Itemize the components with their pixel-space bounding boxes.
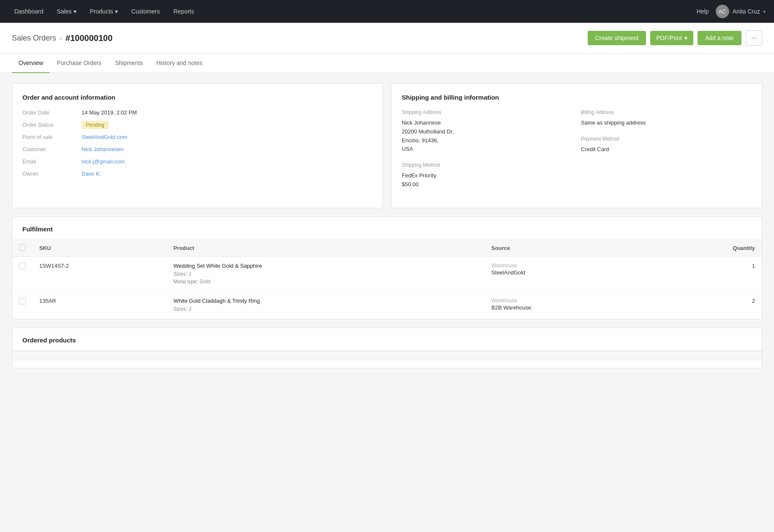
source-value: SteelAndGold xyxy=(491,269,643,276)
nav-dashboard[interactable]: Dashboard xyxy=(8,0,49,23)
tabs-bar: Overview Purchase Orders Shipments Histo… xyxy=(0,54,774,73)
row-checkbox[interactable] xyxy=(19,298,26,304)
ordered-products-card: Ordered products xyxy=(12,328,762,368)
shipping-method-value: FedEx Priority $50.00 xyxy=(402,171,572,189)
shipping-address-label: Shipping Address xyxy=(402,109,572,115)
payment-method-block: Payment Method Credit Card xyxy=(581,136,752,154)
ordered-products-table-stub xyxy=(12,350,762,368)
email-value: nick.j@gmail.com xyxy=(82,158,125,165)
source-value: B2B Warehouse xyxy=(491,304,643,311)
main-content: Order and account information Order Date… xyxy=(0,73,774,387)
billing-address-block: Billing Address Same as shipping address xyxy=(581,109,752,128)
nav-products[interactable]: Products ▾ xyxy=(84,0,124,23)
tab-shipments[interactable]: Shipments xyxy=(108,54,150,73)
order-status-row: Order Status Pending xyxy=(22,122,372,128)
avatar: AC xyxy=(716,5,729,18)
nav-links: Dashboard Sales ▾ Products ▾ Customers R… xyxy=(8,0,200,23)
nav-sales[interactable]: Sales ▾ xyxy=(51,0,82,23)
point-of-sale-value: SteelAndGold.com xyxy=(82,134,127,140)
source-label: Warehouse xyxy=(491,263,643,269)
shipping-address-section: Shipping Address Nick Johannese 20200 Mu… xyxy=(402,109,572,198)
payment-method-label: Payment Method xyxy=(581,136,752,142)
chevron-down-icon: ▾ xyxy=(115,8,118,15)
customer-label: Customer xyxy=(22,146,82,152)
stub-col-2 xyxy=(213,351,396,360)
row-checkbox[interactable] xyxy=(19,263,26,269)
customer-row: Customer Nick Johannesen xyxy=(22,146,372,152)
email-link[interactable]: nick.j@gmail.com xyxy=(82,158,125,165)
chevron-down-icon: ▾ xyxy=(74,8,76,15)
fulfilment-title: Fulfilment xyxy=(12,217,762,239)
product-cell: White Gold Claddagh & Trinity Ring Sizes… xyxy=(166,291,485,319)
pdf-print-button[interactable]: PDF/Print ▾ xyxy=(650,31,693,45)
user-menu[interactable]: AC Anita Cruz ▾ xyxy=(716,5,766,18)
point-of-sale-row: Point of sale SteelAndGold.com xyxy=(22,134,372,140)
product-detail: Metal type: Gold xyxy=(173,278,478,285)
add-note-button[interactable]: Add a note xyxy=(698,31,741,45)
source-cell: Warehouse SteelAndGold xyxy=(485,256,650,291)
shipping-method-label: Shipping Method xyxy=(402,162,572,168)
point-of-sale-link[interactable]: SteelAndGold.com xyxy=(82,134,127,140)
billing-address-value: Same as shipping address xyxy=(581,119,752,128)
more-options-button[interactable]: ··· xyxy=(746,30,762,46)
row-checkbox-cell xyxy=(12,291,33,319)
order-info-table: Order Date 14 May 2019, 2:02 PM Order St… xyxy=(22,109,372,177)
source-label: Warehouse xyxy=(491,298,643,304)
product-detail: Sizes: J xyxy=(173,305,478,313)
quantity-cell: 1 xyxy=(650,256,762,291)
order-status-value: Pending xyxy=(82,122,109,128)
order-date-label: Order Date xyxy=(22,109,82,116)
product-detail: Sizes: J xyxy=(173,270,478,278)
owner-link[interactable]: Dave K. xyxy=(82,171,101,177)
shipping-address-value: Nick Johannese 20200 Mulholland Dr, Enci… xyxy=(402,119,572,154)
payment-method-value: Credit Card xyxy=(581,145,752,154)
header-actions: Create shipment PDF/Print ▾ Add a note ·… xyxy=(588,30,762,46)
order-info-card: Order and account information Order Date… xyxy=(12,83,383,208)
fulfilment-card: Fulfilment SKU Product Source xyxy=(12,217,762,319)
tab-overview[interactable]: Overview xyxy=(12,54,50,73)
select-all-checkbox[interactable] xyxy=(19,244,26,251)
owner-label: Owner xyxy=(22,171,82,177)
product-cell: Wedding Set White Gold & Sapphire Sizes:… xyxy=(166,256,485,291)
select-all-header xyxy=(12,239,33,256)
nav-reports[interactable]: Reports xyxy=(167,0,200,23)
ordered-products-table xyxy=(12,351,762,368)
fulfilment-table: SKU Product Source Quantity xyxy=(12,239,762,319)
tab-purchase-orders[interactable]: Purchase Orders xyxy=(50,54,108,73)
shipping-info-card: Shipping and billing information Shippin… xyxy=(391,83,762,208)
help-link[interactable]: Help xyxy=(697,8,709,15)
stub-col-1 xyxy=(29,351,213,360)
owner-row: Owner Dave K. xyxy=(22,171,372,177)
info-cards-row: Order and account information Order Date… xyxy=(12,83,762,208)
shipping-address-block: Shipping Address Nick Johannese 20200 Mu… xyxy=(402,109,572,154)
breadcrumb-parent[interactable]: Sales Orders xyxy=(12,34,56,43)
order-date-row: Order Date 14 May 2019, 2:02 PM xyxy=(22,109,372,116)
billing-address-label: Billing Address xyxy=(581,109,752,115)
source-cell: Warehouse B2B Warehouse xyxy=(485,291,650,319)
product-column-header: Product xyxy=(166,239,485,256)
chevron-down-icon: ▾ xyxy=(684,35,687,41)
order-status-label: Order Status xyxy=(22,122,82,128)
sku-column-header: SKU xyxy=(33,239,166,256)
table-row: 135AR White Gold Claddagh & Trinity Ring… xyxy=(12,291,762,319)
quantity-cell: 2 xyxy=(650,291,762,319)
tab-history-notes[interactable]: History and notes xyxy=(150,54,209,73)
user-name: Anita Cruz xyxy=(733,8,760,15)
sku-cell: 1SW14S7-2 xyxy=(33,256,166,291)
create-shipment-button[interactable]: Create shipment xyxy=(588,31,646,45)
order-date-value: 14 May 2019, 2:02 PM xyxy=(82,109,137,116)
page-title: #100000100 xyxy=(65,33,112,43)
nav-right: Help AC Anita Cruz ▾ xyxy=(697,5,766,18)
source-column-header: Source xyxy=(485,239,650,256)
owner-value: Dave K. xyxy=(82,171,101,177)
shipping-grid: Shipping Address Nick Johannese 20200 Mu… xyxy=(402,109,752,198)
stub-col-3 xyxy=(395,351,579,360)
product-name: White Gold Claddagh & Trinity Ring xyxy=(173,298,478,304)
page-header: Sales Orders › #100000100 Create shipmen… xyxy=(0,23,774,54)
customer-link[interactable]: Nick Johannesen xyxy=(82,146,124,152)
stub-col-4 xyxy=(579,351,762,360)
breadcrumb: Sales Orders › #100000100 xyxy=(12,33,112,43)
ordered-products-title: Ordered products xyxy=(12,328,762,350)
nav-customers[interactable]: Customers xyxy=(125,0,166,23)
customer-value: Nick Johannesen xyxy=(82,146,124,152)
